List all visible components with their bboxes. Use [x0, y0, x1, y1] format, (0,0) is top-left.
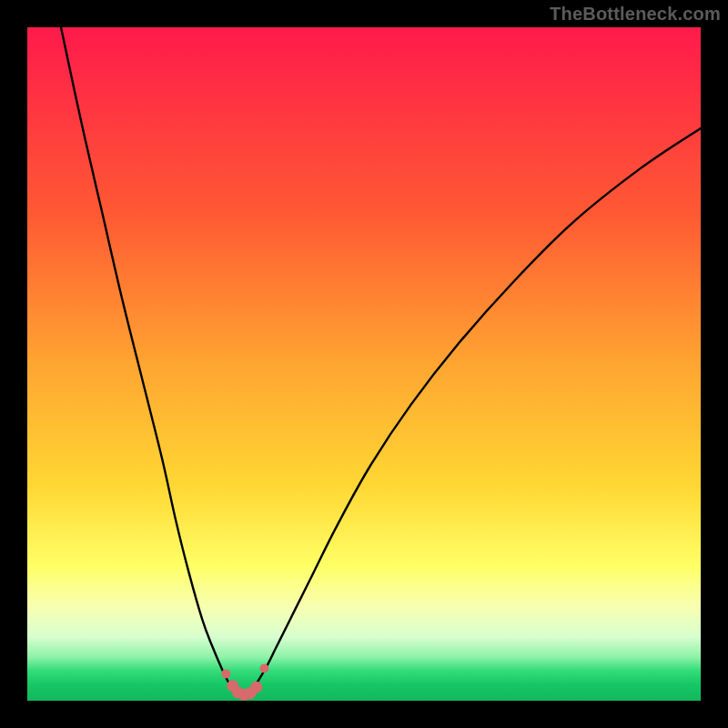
watermark-text: TheBottleneck.com: [550, 4, 721, 25]
valley-marker: [221, 669, 230, 678]
plot-area: [27, 27, 701, 701]
valley-marker: [259, 663, 268, 672]
curve-layer: [27, 27, 701, 701]
chart-frame: TheBottleneck.com: [0, 0, 728, 728]
valley-markers: [221, 663, 268, 700]
bottleneck-curve: [61, 27, 701, 697]
valley-marker: [250, 682, 262, 693]
